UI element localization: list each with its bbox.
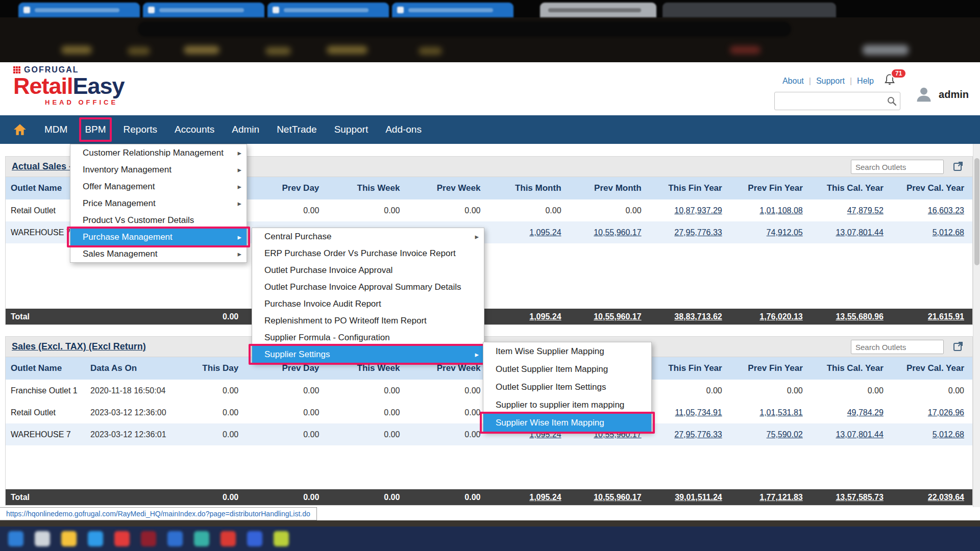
menu-item-price-management[interactable]: Price Management: [70, 195, 247, 212]
menu-item-central-purchase[interactable]: Central Purchase: [252, 228, 484, 245]
menu-item-item-wise-supplier-mapping[interactable]: Item Wise Supplier Mapping: [483, 342, 651, 360]
taskbar-app-icon[interactable]: [61, 531, 77, 546]
bookmark-blur: [61, 46, 92, 54]
menu-item-supplier-wise-item-mapping[interactable]: Supplier Wise Item Mapping: [483, 414, 651, 432]
metric-link[interactable]: 1,095.24: [488, 489, 569, 505]
metric-link[interactable]: 10,55,960.17: [570, 489, 650, 505]
popout-icon[interactable]: [953, 161, 963, 173]
nav-item-nettrade[interactable]: NetTrade: [268, 115, 326, 144]
metric-link[interactable]: 22,039.64: [892, 489, 972, 505]
search-outlets-input[interactable]: [851, 160, 944, 174]
metric-link[interactable]: 27,95,776.33: [650, 423, 730, 445]
search-icon[interactable]: [887, 96, 897, 106]
metric-link[interactable]: 1,01,531.81: [730, 402, 811, 423]
metric-link[interactable]: 5,012.68: [892, 221, 972, 243]
taskbar-app-icon[interactable]: [274, 531, 289, 546]
user-menu[interactable]: admin: [914, 85, 969, 104]
help-link[interactable]: Help: [857, 77, 874, 86]
nav-item-label: NetTrade: [277, 124, 317, 135]
metric-link[interactable]: 16,603.23: [892, 199, 972, 221]
nav-item-home[interactable]: [0, 115, 36, 144]
metric-link[interactable]: 39,01,511.24: [650, 489, 730, 505]
menu-item-outlet-pi-approval-summary-details[interactable]: Outlet Purchase Invoice Approval Summary…: [252, 279, 484, 295]
menu-item-offer-management[interactable]: Offer Management: [70, 178, 247, 195]
taskbar-app-icon[interactable]: [88, 531, 103, 546]
metric-link[interactable]: 13,07,801.44: [811, 221, 892, 243]
username-label: admin: [939, 89, 969, 101]
browser-tab[interactable]: [540, 3, 656, 17]
nav-item-mdm[interactable]: MDM: [36, 115, 76, 144]
metric-link[interactable]: 1,76,020.13: [730, 309, 811, 324]
scrollbar-thumb[interactable]: [974, 158, 979, 265]
metric-link[interactable]: 1,01,108.08: [730, 199, 811, 221]
menu-item-outlet-supplier-item-mapping[interactable]: Outlet Supplier Item Mapping: [483, 360, 651, 378]
metric-link[interactable]: 1,095.24: [488, 309, 569, 324]
metric-link[interactable]: 49,784.29: [811, 402, 892, 423]
metric-link[interactable]: 38,83,713.62: [650, 309, 730, 324]
table-cell: 0.00: [811, 380, 892, 402]
metric-link[interactable]: 21,615.91: [892, 309, 972, 324]
column-header: Prev Day: [247, 177, 327, 199]
browser-tab[interactable]: [18, 3, 140, 17]
menu-item-erp-po-vs-pi-report[interactable]: ERP Purchase Order Vs Purchase Invoice R…: [252, 245, 484, 262]
global-search-input[interactable]: [775, 97, 887, 106]
metric-link[interactable]: 1,77,121.83: [730, 489, 811, 505]
taskbar-app-icon[interactable]: [194, 531, 209, 546]
metric-link[interactable]: 11,05,734.91: [650, 402, 730, 423]
menu-item-sales-management[interactable]: Sales Management: [70, 245, 247, 262]
browser-window-controls[interactable]: [663, 3, 836, 17]
taskbar-app-icon[interactable]: [141, 531, 156, 546]
metric-link[interactable]: 13,57,585.73: [811, 489, 892, 505]
menu-item-supplier-settings[interactable]: Supplier Settings: [252, 346, 484, 363]
menu-item-outlet-purchase-invoice-approval[interactable]: Outlet Purchase Invoice Approval: [252, 262, 484, 279]
metric-link[interactable]: 10,87,937.29: [650, 199, 730, 221]
taskbar-app-icon[interactable]: [8, 531, 23, 546]
nav-item-addons[interactable]: Add-ons: [377, 115, 430, 144]
popout-icon[interactable]: [953, 341, 963, 354]
support-link[interactable]: Support: [816, 77, 845, 86]
metric-link[interactable]: 13,07,801.44: [811, 423, 892, 445]
menu-item-replenishment-to-po-writeoff-item-report[interactable]: Replenishment to PO Writeoff Item Report: [252, 312, 484, 329]
metric-link[interactable]: 17,026.96: [892, 402, 972, 423]
notifications-bell-icon[interactable]: 71: [884, 73, 895, 88]
browser-tab[interactable]: [392, 3, 513, 17]
column-header: Prev Fin Year: [730, 177, 811, 199]
menu-item-inventory-management[interactable]: Inventory Management: [70, 161, 247, 178]
metric-link[interactable]: 75,590.02: [730, 423, 811, 445]
menu-item-supplier-formula-configuration[interactable]: Supplier Formula - Configuration: [252, 329, 484, 346]
browser-tab[interactable]: [143, 3, 264, 17]
metric-link[interactable]: 27,95,776.33: [650, 221, 730, 243]
taskbar-app-icon[interactable]: [35, 531, 50, 546]
menu-item-customer-relationship-management[interactable]: Customer Relationship Management: [70, 144, 247, 161]
search-outlets-input[interactable]: [851, 340, 944, 354]
about-link[interactable]: About: [782, 77, 804, 86]
browser-tab[interactable]: [267, 3, 389, 17]
taskbar-app-icon[interactable]: [247, 531, 262, 546]
nav-item-bpm[interactable]: BPM: [76, 115, 114, 144]
section-title[interactable]: Actual Sales -: [12, 161, 72, 172]
section-title[interactable]: Sales (Excl. TAX) (Excl Return): [12, 341, 146, 352]
total-label: Total: [6, 489, 85, 505]
menu-item-supplier-to-supplier-item-mapping[interactable]: Supplier to supplier item mapping: [483, 396, 651, 414]
nav-item-support[interactable]: Support: [326, 115, 377, 144]
menu-item-product-vs-customer-details[interactable]: Product Vs Customer Details: [70, 212, 247, 229]
browser-address-bar[interactable]: [138, 21, 791, 37]
nav-item-admin[interactable]: Admin: [223, 115, 268, 144]
column-header: Prev Week: [408, 177, 488, 199]
menu-item-outlet-supplier-item-settings[interactable]: Outlet Supplier Item Settings: [483, 378, 651, 396]
nav-item-accounts[interactable]: Accounts: [166, 115, 223, 144]
nav-item-label: Accounts: [175, 124, 214, 135]
taskbar-app-icon[interactable]: [167, 531, 183, 546]
menu-item-purchase-invoice-audit-report[interactable]: Purchase Invoice Audit Report: [252, 295, 484, 312]
metric-link[interactable]: 1,095.24: [488, 221, 569, 243]
metric-link[interactable]: 10,55,960.17: [570, 221, 650, 243]
nav-item-reports[interactable]: Reports: [115, 115, 166, 144]
taskbar-app-icon[interactable]: [220, 531, 236, 546]
menu-item-purchase-management[interactable]: Purchase Management: [70, 229, 247, 245]
metric-link[interactable]: 47,879.52: [811, 199, 892, 221]
taskbar-app-icon[interactable]: [114, 531, 130, 546]
metric-link[interactable]: 10,55,960.17: [570, 309, 650, 324]
metric-link[interactable]: 13,55,680.96: [811, 309, 892, 324]
metric-link[interactable]: 5,012.68: [892, 423, 972, 445]
metric-link[interactable]: 74,912.05: [730, 221, 811, 243]
